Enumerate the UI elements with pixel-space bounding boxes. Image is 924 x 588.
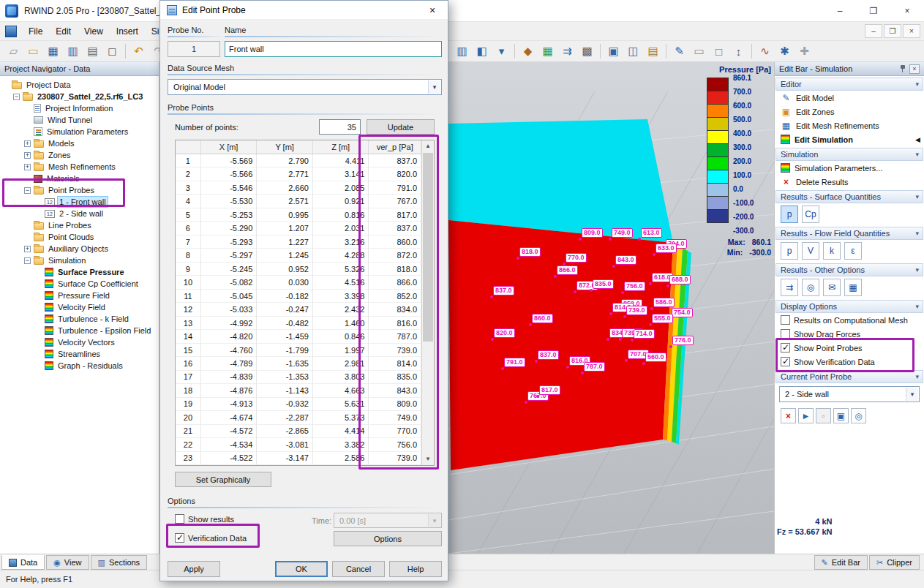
table-row[interactable]: 2-5.5662.7713.141820.0 xyxy=(176,167,421,181)
open-folder-icon[interactable]: ▭ xyxy=(24,42,42,60)
surface-cp-button[interactable]: Cp xyxy=(802,206,819,223)
settings-icon[interactable]: ✚ xyxy=(795,42,814,60)
chart-icon[interactable]: ∿ xyxy=(756,42,774,60)
options-button[interactable]: Options xyxy=(334,531,442,546)
tree-item-turbulence-epsilon-field[interactable]: Turbulence - Epsilon Field xyxy=(0,325,159,336)
snapshot-icon[interactable]: ▣ xyxy=(604,42,623,60)
tree-item-velocity-vectors[interactable]: Velocity Vectors xyxy=(0,336,159,348)
table-row[interactable]: 5-5.2530.9950.816817.0 xyxy=(176,208,421,222)
menu-file[interactable]: File xyxy=(22,23,49,39)
name-input[interactable]: Front wall xyxy=(225,41,442,57)
dropdown-arrow-icon[interactable]: ▾ xyxy=(906,388,918,401)
edit-mesh-refinements-item[interactable]: ▦ Edit Mesh Refinements xyxy=(775,118,924,132)
eraser-icon[interactable]: ▭ xyxy=(690,42,708,60)
tree-item-streamlines[interactable]: Streamlines xyxy=(0,348,159,360)
number-of-points-input[interactable]: 35 xyxy=(319,119,361,135)
checkbox-icon[interactable] xyxy=(781,343,790,353)
tree-item-line-probes[interactable]: Line Probes xyxy=(0,219,159,231)
section-other-options[interactable]: Results - Other Options ▾ xyxy=(775,263,923,276)
mdi-close-icon[interactable]: × xyxy=(903,24,920,38)
table-row[interactable]: 8-5.2971.2454.288872.0 xyxy=(176,249,421,262)
pick-probe-icon[interactable]: ► xyxy=(798,408,814,423)
maximize-icon[interactable]: ❐ xyxy=(857,0,890,22)
delete-results-item[interactable]: × Delete Results xyxy=(775,175,924,189)
show-results-checkbox-row[interactable]: Show results xyxy=(175,514,234,524)
magic-icon[interactable]: ✱ xyxy=(775,42,794,60)
pin-icon[interactable] xyxy=(899,64,906,74)
save-all-icon[interactable]: ▥ xyxy=(64,42,82,60)
edit-model-item[interactable]: ✎ Edit Model xyxy=(775,91,924,105)
matrix-icon[interactable]: ▦ xyxy=(844,279,862,296)
checkbox-show-drag-forces[interactable]: Show Drag Forces xyxy=(775,327,924,341)
probe-image-icon[interactable]: ▣ xyxy=(833,408,849,423)
tab-edit-bar[interactable]: ✎ Edit Bar xyxy=(814,555,868,570)
view-dropdown-icon[interactable]: ▾ xyxy=(492,42,511,60)
clipboard-icon[interactable]: ▤ xyxy=(644,42,662,60)
section-flow-field[interactable]: Results - Flow Field Quantities ▾ xyxy=(775,227,923,240)
tab-view[interactable]: ◉ View xyxy=(46,555,89,570)
section-surface-quantities[interactable]: Results - Surface Quantities ▾ xyxy=(775,190,923,203)
table-row[interactable]: 16-4.789-1.6352.981814.0 xyxy=(176,357,421,370)
tab-clipper[interactable]: ✂ Clipper xyxy=(869,555,920,570)
table-row[interactable]: 11-5.045-0.1823.398852.0 xyxy=(176,290,421,303)
flow-velocity-button[interactable]: V xyxy=(802,242,819,260)
viewport-3d[interactable]: Pressure [Pa] Max: 860.1 Min: -300.0 860… xyxy=(448,62,774,554)
edit-zones-item[interactable]: ▣ Edit Zones xyxy=(775,105,924,118)
expand-icon[interactable]: + xyxy=(24,246,31,252)
save-icon[interactable]: ▦ xyxy=(44,42,62,60)
streamlines-icon[interactable]: ⇉ xyxy=(781,279,798,296)
checkbox-icon[interactable] xyxy=(781,315,790,325)
tree-item-auxiliary-objects[interactable]: +Auxiliary Objects xyxy=(0,243,159,255)
cancel-button[interactable]: Cancel xyxy=(332,561,385,577)
checkbox-icon[interactable] xyxy=(781,329,790,339)
probe-target-icon[interactable]: ◎ xyxy=(851,408,866,423)
collapse-icon[interactable]: − xyxy=(24,187,31,194)
checkbox-icon[interactable] xyxy=(175,533,184,543)
close-icon[interactable]: × xyxy=(890,0,924,22)
help-button[interactable]: Help xyxy=(389,561,442,577)
section-current-point-probe[interactable]: Current Point Probe ▾ xyxy=(775,370,923,383)
save-probe-icon[interactable]: ▫ xyxy=(816,408,831,423)
minimize-icon[interactable]: – xyxy=(823,0,857,22)
tree-item-velocity-field[interactable]: Velocity Field xyxy=(0,301,159,313)
dimension-icon[interactable]: ↕ xyxy=(729,42,748,60)
checkbox-icon[interactable] xyxy=(781,357,790,366)
close-icon[interactable]: × xyxy=(909,64,920,74)
table-row[interactable]: 15-4.760-1.7991.997739.0 xyxy=(176,344,421,357)
table-row[interactable]: 20-4.674-2.2875.373749.0 xyxy=(176,411,421,424)
flow-arrows-icon[interactable]: ⇉ xyxy=(558,42,576,60)
apply-button[interactable]: Apply xyxy=(168,561,220,577)
checkbox-results-on-computational-mesh[interactable]: Results on Computational Mesh xyxy=(775,313,924,327)
mesh-display-icon[interactable]: ▩ xyxy=(578,42,596,60)
section-display-options[interactable]: Display Options ▾ xyxy=(775,300,923,313)
table-row[interactable]: 4-5.5302.5710.921767.0 xyxy=(176,195,421,208)
box-icon[interactable]: □ xyxy=(710,42,728,60)
navigator-panel-icon[interactable]: ▥ xyxy=(453,42,471,60)
table-row[interactable]: 17-4.839-1.3533.803835.0 xyxy=(176,371,421,384)
flow-epsilon-button[interactable]: ε xyxy=(844,242,862,260)
copy-image-icon[interactable]: ◫ xyxy=(624,42,642,60)
collapse-icon[interactable]: − xyxy=(13,94,20,100)
menu-edit[interactable]: Edit xyxy=(49,23,78,39)
tree-item-simulation[interactable]: −Simulation xyxy=(0,255,159,266)
tree-item-1-front-wall[interactable]: 121 - Front wall xyxy=(0,196,159,208)
tree-item-models[interactable]: +Models xyxy=(0,137,159,149)
verification-data-checkbox-row[interactable]: Verification Data xyxy=(175,533,247,543)
tree-item-mesh-refinements[interactable]: +Mesh Refinements xyxy=(0,161,159,173)
tree-item-point-clouds[interactable]: Point Clouds xyxy=(0,231,159,243)
ok-button[interactable]: OK xyxy=(275,561,328,577)
tree-item-simulation-parameters[interactable]: Simulation Parameters xyxy=(0,126,159,137)
model-cube-icon[interactable]: ◆ xyxy=(519,42,537,60)
table-row[interactable]: 12-5.033-0.2472.432834.0 xyxy=(176,303,421,316)
table-row[interactable]: 3-5.5462.6602.085791.0 xyxy=(176,181,421,195)
table-row[interactable]: 18-4.876-1.1434.663843.0 xyxy=(176,384,421,397)
dropdown-arrow-icon[interactable]: ▾ xyxy=(428,80,440,94)
surface-pressure-button[interactable]: p xyxy=(781,206,798,223)
table-row[interactable]: 14-4.820-1.4590.846787.0 xyxy=(176,330,421,343)
edit-simulation-item[interactable]: Edit Simulation ◀ xyxy=(775,132,924,146)
checkbox-show-verification-data[interactable]: Show Verification Data xyxy=(775,355,924,369)
menu-view[interactable]: View xyxy=(78,23,110,39)
table-row[interactable]: 7-5.2931.2273.216860.0 xyxy=(176,235,421,249)
scroll-down-icon[interactable]: ▼ xyxy=(422,453,434,465)
tab-sections[interactable]: ▥ Sections xyxy=(91,555,148,570)
